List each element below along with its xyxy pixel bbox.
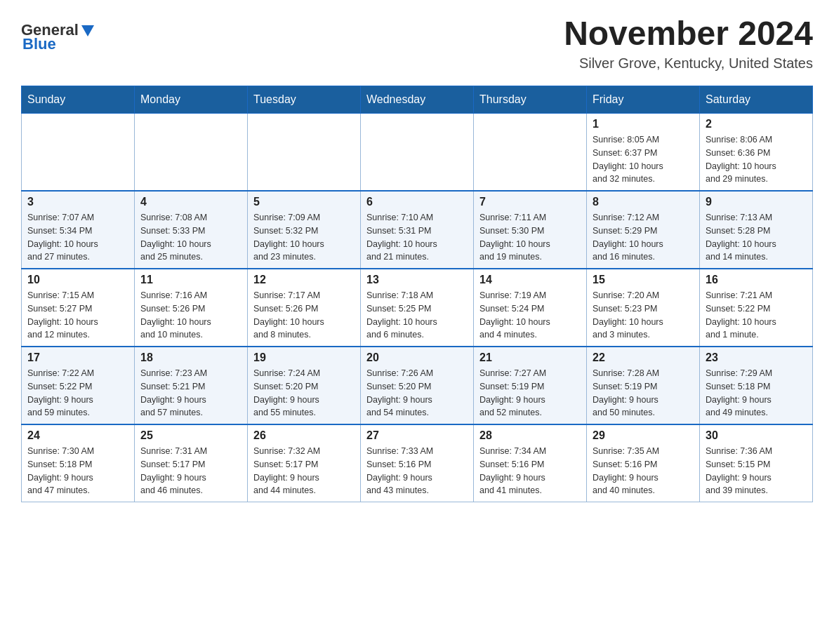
main-title: November 2024 [564,14,813,53]
day-info: Sunrise: 7:31 AMSunset: 5:17 PMDaylight:… [140,445,241,497]
calendar-cell: 28Sunrise: 7:34 AMSunset: 5:16 PMDayligh… [474,424,587,502]
day-info: Sunrise: 7:12 AMSunset: 5:29 PMDaylight:… [593,211,694,264]
day-number: 6 [366,196,468,208]
day-number: 11 [140,274,241,286]
day-info: Sunrise: 7:07 AMSunset: 5:34 PMDaylight:… [27,211,128,264]
day-info: Sunrise: 7:30 AMSunset: 5:18 PMDaylight:… [27,445,128,497]
calendar-cell: 15Sunrise: 7:20 AMSunset: 5:23 PMDayligh… [587,269,700,347]
page-header: General Blue November 2024 Silver Grove,… [21,14,813,72]
day-number: 14 [479,274,581,286]
day-number: 15 [593,274,694,286]
calendar-cell: 16Sunrise: 7:21 AMSunset: 5:22 PMDayligh… [700,269,813,347]
title-block: November 2024 Silver Grove, Kentucky, Un… [564,14,813,72]
svg-marker-0 [81,25,94,36]
day-info: Sunrise: 7:24 AMSunset: 5:20 PMDaylight:… [253,367,355,420]
calendar-cell: 29Sunrise: 7:35 AMSunset: 5:16 PMDayligh… [587,424,700,502]
weekday-header-friday: Friday [587,86,700,114]
calendar-cell: 6Sunrise: 7:10 AMSunset: 5:31 PMDaylight… [361,191,474,269]
day-number: 18 [140,351,241,364]
day-number: 20 [366,351,468,364]
day-number: 19 [253,351,355,364]
calendar-week-row: 24Sunrise: 7:30 AMSunset: 5:18 PMDayligh… [22,424,813,502]
day-number: 22 [593,351,694,364]
day-info: Sunrise: 7:28 AMSunset: 5:19 PMDaylight:… [593,367,694,420]
day-number: 29 [593,429,694,442]
day-number: 5 [253,196,355,208]
calendar-cell: 4Sunrise: 7:08 AMSunset: 5:33 PMDaylight… [135,191,248,269]
weekday-header-monday: Monday [135,86,248,114]
day-number: 23 [706,351,807,364]
calendar-cell: 3Sunrise: 7:07 AMSunset: 5:34 PMDaylight… [22,191,135,269]
day-number: 13 [366,274,468,286]
day-info: Sunrise: 7:15 AMSunset: 5:27 PMDaylight:… [27,289,128,342]
day-info: Sunrise: 7:09 AMSunset: 5:32 PMDaylight:… [253,211,355,264]
weekday-header-thursday: Thursday [474,86,587,114]
day-number: 16 [706,274,807,286]
day-info: Sunrise: 7:27 AMSunset: 5:19 PMDaylight:… [479,367,581,420]
day-info: Sunrise: 7:17 AMSunset: 5:26 PMDaylight:… [253,289,355,342]
weekday-header-sunday: Sunday [22,86,135,114]
calendar-cell: 12Sunrise: 7:17 AMSunset: 5:26 PMDayligh… [248,269,361,347]
calendar-cell: 13Sunrise: 7:18 AMSunset: 5:25 PMDayligh… [361,269,474,347]
day-info: Sunrise: 7:19 AMSunset: 5:24 PMDaylight:… [479,289,581,342]
calendar-cell: 9Sunrise: 7:13 AMSunset: 5:28 PMDaylight… [700,191,813,269]
calendar-cell: 27Sunrise: 7:33 AMSunset: 5:16 PMDayligh… [361,424,474,502]
calendar-cell: 8Sunrise: 7:12 AMSunset: 5:29 PMDaylight… [587,191,700,269]
day-number: 21 [479,351,581,364]
calendar-cell [474,114,587,192]
calendar-cell: 20Sunrise: 7:26 AMSunset: 5:20 PMDayligh… [361,347,474,424]
day-info: Sunrise: 8:05 AMSunset: 6:37 PMDaylight:… [593,133,694,186]
calendar-cell: 14Sunrise: 7:19 AMSunset: 5:24 PMDayligh… [474,269,587,347]
calendar-cell: 18Sunrise: 7:23 AMSunset: 5:21 PMDayligh… [135,347,248,424]
day-number: 27 [366,429,468,442]
day-number: 3 [27,196,128,208]
calendar-table: SundayMondayTuesdayWednesdayThursdayFrid… [21,86,813,502]
day-info: Sunrise: 7:35 AMSunset: 5:16 PMDaylight:… [593,445,694,497]
calendar-cell: 23Sunrise: 7:29 AMSunset: 5:18 PMDayligh… [700,347,813,424]
day-number: 28 [479,429,581,442]
day-info: Sunrise: 7:32 AMSunset: 5:17 PMDaylight:… [253,445,355,497]
day-info: Sunrise: 7:22 AMSunset: 5:22 PMDaylight:… [27,367,128,420]
calendar-week-row: 3Sunrise: 7:07 AMSunset: 5:34 PMDaylight… [22,191,813,269]
calendar-cell: 22Sunrise: 7:28 AMSunset: 5:19 PMDayligh… [587,347,700,424]
day-number: 8 [593,196,694,208]
day-number: 10 [27,274,128,286]
logo-blue-text: Blue [22,35,56,53]
day-info: Sunrise: 8:06 AMSunset: 6:36 PMDaylight:… [706,133,807,186]
day-number: 9 [706,196,807,208]
calendar-cell: 1Sunrise: 8:05 AMSunset: 6:37 PMDaylight… [587,114,700,192]
day-info: Sunrise: 7:18 AMSunset: 5:25 PMDaylight:… [366,289,468,342]
calendar-header-row: SundayMondayTuesdayWednesdayThursdayFrid… [22,86,813,114]
calendar-cell: 19Sunrise: 7:24 AMSunset: 5:20 PMDayligh… [248,347,361,424]
subtitle: Silver Grove, Kentucky, United States [564,55,813,72]
day-number: 30 [706,429,807,442]
day-info: Sunrise: 7:10 AMSunset: 5:31 PMDaylight:… [366,211,468,264]
calendar-cell [135,114,248,192]
day-info: Sunrise: 7:11 AMSunset: 5:30 PMDaylight:… [479,211,581,264]
calendar-cell: 24Sunrise: 7:30 AMSunset: 5:18 PMDayligh… [22,424,135,502]
calendar-cell [22,114,135,192]
calendar-cell: 11Sunrise: 7:16 AMSunset: 5:26 PMDayligh… [135,269,248,347]
calendar-cell: 26Sunrise: 7:32 AMSunset: 5:17 PMDayligh… [248,424,361,502]
day-number: 25 [140,429,241,442]
calendar-cell: 25Sunrise: 7:31 AMSunset: 5:17 PMDayligh… [135,424,248,502]
day-info: Sunrise: 7:08 AMSunset: 5:33 PMDaylight:… [140,211,241,264]
day-number: 7 [479,196,581,208]
day-info: Sunrise: 7:20 AMSunset: 5:23 PMDaylight:… [593,289,694,342]
day-info: Sunrise: 7:23 AMSunset: 5:21 PMDaylight:… [140,367,241,420]
day-info: Sunrise: 7:26 AMSunset: 5:20 PMDaylight:… [366,367,468,420]
day-number: 4 [140,196,241,208]
weekday-header-tuesday: Tuesday [248,86,361,114]
calendar-cell: 10Sunrise: 7:15 AMSunset: 5:27 PMDayligh… [22,269,135,347]
day-number: 26 [253,429,355,442]
day-info: Sunrise: 7:29 AMSunset: 5:18 PMDaylight:… [706,367,807,420]
day-info: Sunrise: 7:16 AMSunset: 5:26 PMDaylight:… [140,289,241,342]
day-info: Sunrise: 7:21 AMSunset: 5:22 PMDaylight:… [706,289,807,342]
calendar-cell: 21Sunrise: 7:27 AMSunset: 5:19 PMDayligh… [474,347,587,424]
calendar-cell: 5Sunrise: 7:09 AMSunset: 5:32 PMDaylight… [248,191,361,269]
day-info: Sunrise: 7:13 AMSunset: 5:28 PMDaylight:… [706,211,807,264]
calendar-cell: 2Sunrise: 8:06 AMSunset: 6:36 PMDaylight… [700,114,813,192]
day-number: 2 [706,118,807,130]
day-number: 17 [27,351,128,364]
calendar-week-row: 10Sunrise: 7:15 AMSunset: 5:27 PMDayligh… [22,269,813,347]
